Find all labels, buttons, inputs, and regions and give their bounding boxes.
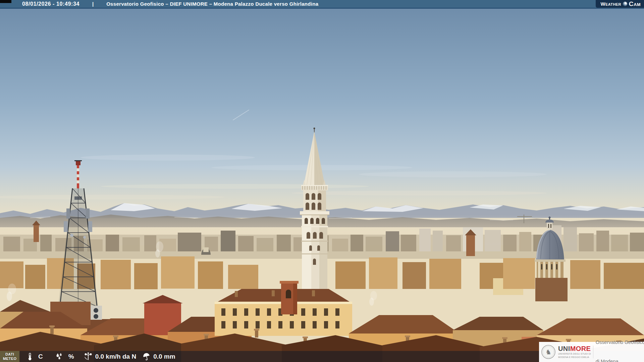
observatory-line1: Osservatorio Geofisico (596, 339, 644, 346)
humidity-icon (55, 352, 64, 361)
observatory-line2: di Modena (596, 358, 644, 362)
globe-icon (623, 2, 627, 6)
university-line1: UNIVERSITÀ DEGLI STUDI DI (558, 353, 591, 355)
anemometer-icon (84, 352, 93, 361)
page-title: Osservatorio Geofisico – DIEF UNIMORE – … (106, 1, 318, 7)
weathercam-logo: Weather Cam (596, 0, 644, 8)
rain-value: 0.0 mm (153, 353, 175, 360)
unimore-more: MORE (570, 345, 591, 352)
dati-meteo-line1: DATI (5, 352, 14, 356)
datetime-label: 08/01/2026 - 10:49:34 (22, 1, 79, 7)
unimore-wordmark: UNIMORE UNIVERSITÀ DEGLI STUDI DI MODENA… (558, 345, 591, 359)
webcam-page: 08/01/2026 - 10:49:34 | Osservatorio Geo… (0, 0, 644, 362)
dati-meteo-line2: METEO (3, 357, 17, 361)
humidity-unit: % (68, 353, 74, 360)
weathercam-logo-weather: Weather (600, 1, 621, 7)
unimore-uni: UNI (558, 345, 570, 352)
dati-meteo-label: DATI METEO (0, 351, 19, 362)
svg-text:♞: ♞ (545, 348, 551, 356)
top-bar: 08/01/2026 - 10:49:34 | Osservatorio Geo… (0, 0, 644, 9)
webcam-photo (0, 0, 644, 362)
university-line2: MODENA E REGGIO EMILIA (558, 356, 591, 359)
branding-divider (593, 346, 593, 358)
unimore-seal: ♞ (541, 344, 556, 360)
title-separator: | (92, 1, 94, 7)
observatory-name: Osservatorio Geofisico di Modena (596, 327, 644, 362)
wind-value: 0.0 km/h da N (95, 353, 137, 360)
temperature-unit: C (38, 353, 43, 360)
umbrella-icon (142, 352, 151, 361)
thermometer-icon (26, 352, 34, 361)
weathercam-logo-cam: Cam (629, 0, 641, 8)
branding-box: ♞ UNIMORE UNIVERSITÀ DEGLI STUDI DI MODE… (539, 342, 644, 362)
top-left-notch (0, 0, 11, 3)
